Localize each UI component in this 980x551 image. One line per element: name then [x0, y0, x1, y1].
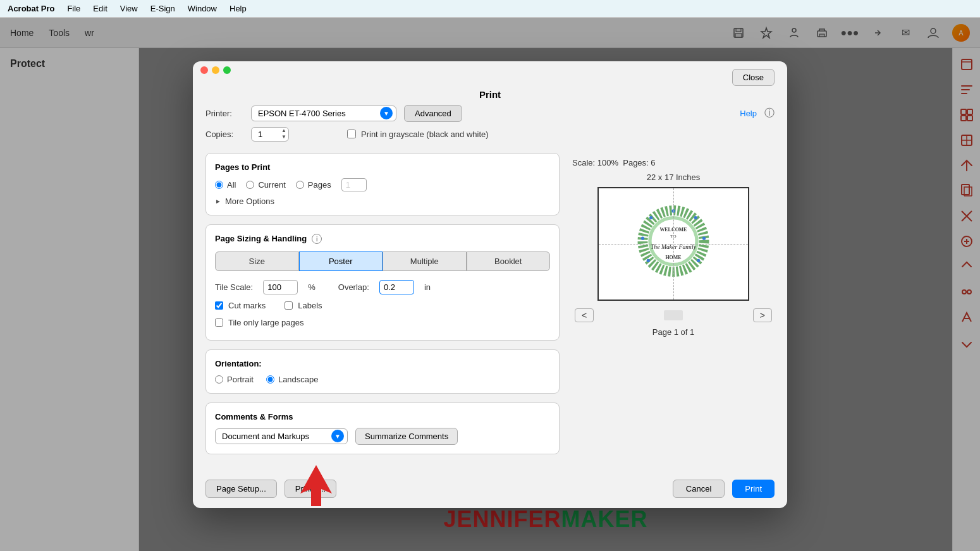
tile-only-label: Tile only large pages: [228, 318, 303, 327]
radio-all-label: All: [227, 180, 236, 190]
print-button[interactable]: Print: [732, 480, 775, 498]
prev-page-button[interactable]: <: [575, 308, 594, 322]
menu-window[interactable]: Window: [188, 4, 217, 13]
grayscale-label: Print in grayscale (black and white): [361, 130, 489, 139]
tab-booklet[interactable]: Booklet: [467, 251, 551, 271]
tab-poster[interactable]: Poster: [299, 251, 383, 271]
copies-label: Copies:: [205, 130, 243, 139]
copies-down[interactable]: ▼: [280, 134, 288, 140]
printer-select-wrapper: EPSON ET-4700 Series ▼: [251, 106, 396, 121]
orientation-row: Portrait Landscape: [215, 375, 550, 384]
dialog-right: Scale: 100% Pages: 6 22 x 17 Inches: [572, 153, 775, 463]
dialog-overlay: Print Close Printer: EPSON ET-4700 Serie…: [0, 18, 980, 551]
dot-green[interactable]: [223, 66, 231, 74]
landscape-label: Landscape: [278, 375, 319, 384]
tile-scale-row: Tile Scale: % Overlap: in: [215, 280, 550, 294]
comments-title: Comments & Forms: [215, 412, 550, 421]
menu-file[interactable]: File: [67, 4, 80, 13]
page-info: Page 1 of 1: [572, 327, 775, 337]
radio-current-label: Current: [258, 180, 285, 190]
app-name: Acrobat Pro: [8, 4, 54, 13]
menu-help[interactable]: Help: [230, 4, 247, 13]
cut-marks-checkbox[interactable]: [215, 301, 223, 310]
pages-row: All Current Pages: [215, 178, 550, 191]
comments-row: Document and Markups ▼ Summarize Comment…: [215, 428, 550, 445]
summarize-button[interactable]: Summarize Comments: [355, 428, 458, 445]
dialog-title: Print: [193, 79, 787, 105]
more-options-arrow: ►: [215, 198, 221, 205]
dot-red[interactable]: [200, 66, 208, 74]
cut-marks-row: Cut marks: [215, 301, 266, 310]
dialog-left: Pages to Print All Current: [205, 153, 560, 463]
svg-point-30: [649, 215, 652, 219]
landscape-radio[interactable]: [266, 375, 274, 384]
next-page-button[interactable]: >: [753, 308, 772, 322]
copies-stepper: ▲ ▼: [280, 128, 288, 140]
help-icon[interactable]: ⓘ: [764, 107, 775, 120]
svg-point-28: [647, 258, 650, 262]
tile-scale-label: Tile Scale:: [215, 282, 253, 292]
printer-label: Printer:: [205, 109, 243, 118]
menu-esign[interactable]: E-Sign: [150, 4, 175, 13]
tile-only-row: Tile only large pages: [215, 318, 550, 327]
help-link[interactable]: Help: [740, 109, 757, 118]
sizing-tabs: Size Poster Multiple Booklet: [215, 251, 550, 271]
tile-scale-unit: %: [308, 282, 315, 292]
comments-select[interactable]: Document and Markups: [215, 428, 348, 444]
tile-scale-input[interactable]: [263, 280, 298, 294]
preview-area: Scale: 100% Pages: 6 22 x 17 Inches: [572, 153, 775, 342]
preview-nav: < >: [572, 308, 775, 322]
overlap-unit: in: [424, 282, 431, 292]
comments-section: Comments & Forms Document and Markups ▼ …: [205, 403, 560, 454]
radio-all: All: [215, 180, 236, 190]
radio-pages: Pages: [296, 180, 331, 190]
tab-size[interactable]: Size: [215, 251, 299, 271]
orientation-title: Orientation:: [215, 359, 262, 368]
dot-yellow[interactable]: [212, 66, 219, 74]
sizing-section: Page Sizing & Handling i Size Poster Mul…: [205, 224, 560, 341]
pages-text-input[interactable]: [341, 178, 367, 191]
page-indicator: [664, 310, 683, 320]
radio-landscape: Landscape: [266, 375, 319, 384]
footer-left: Page Setup... Printer...: [205, 480, 336, 498]
svg-point-27: [697, 258, 700, 262]
portrait-radio[interactable]: [215, 375, 223, 384]
cancel-button[interactable]: Cancel: [673, 480, 725, 498]
page-setup-button[interactable]: Page Setup...: [205, 480, 277, 498]
menu-view[interactable]: View: [120, 4, 138, 13]
radio-pages-input[interactable]: [296, 181, 304, 189]
grayscale-checkbox[interactable]: [347, 130, 356, 138]
more-options-row[interactable]: ► More Options: [215, 197, 550, 206]
advanced-button[interactable]: Advanced: [404, 105, 462, 122]
menubar: Acrobat Pro File Edit View E-Sign Window…: [0, 0, 980, 18]
pages-title: Pages to Print: [215, 162, 550, 172]
footer-right: Cancel Print: [673, 480, 775, 498]
labels-checkbox[interactable]: [285, 301, 293, 310]
info-icon[interactable]: i: [312, 234, 322, 244]
radio-pages-label: Pages: [308, 180, 331, 190]
portrait-label: Portrait: [227, 375, 254, 384]
pages-section: Pages to Print All Current: [205, 153, 560, 215]
sizing-title: Page Sizing & Handling: [215, 234, 307, 243]
sizing-header: Page Sizing & Handling i: [215, 234, 550, 244]
overlap-input[interactable]: [379, 280, 414, 294]
radio-current-input[interactable]: [246, 181, 254, 189]
tile-only-checkbox[interactable]: [215, 318, 223, 327]
svg-point-25: [694, 215, 697, 219]
preview-box: WELCOME TO The Maker Family HOME: [597, 187, 749, 301]
tab-multiple[interactable]: Multiple: [383, 251, 467, 271]
svg-point-26: [702, 236, 706, 239]
radio-portrait: Portrait: [215, 375, 254, 384]
radio-all-input[interactable]: [215, 181, 223, 189]
labels-label: Labels: [298, 301, 322, 310]
overlap-label: Overlap:: [338, 282, 369, 292]
printer-select[interactable]: EPSON ET-4700 Series: [251, 106, 396, 121]
preview-size: 22 x 17 Inches: [572, 173, 775, 182]
copies-up[interactable]: ▲: [280, 128, 288, 134]
printer-button[interactable]: Printer...: [285, 480, 336, 498]
scale-info: Scale: 100% Pages: 6: [572, 158, 775, 167]
preview-dashed-h: [599, 244, 748, 245]
print-dialog: Print Close Printer: EPSON ET-4700 Serie…: [193, 61, 787, 508]
close-button[interactable]: Close: [732, 69, 775, 86]
menu-edit[interactable]: Edit: [93, 4, 107, 13]
